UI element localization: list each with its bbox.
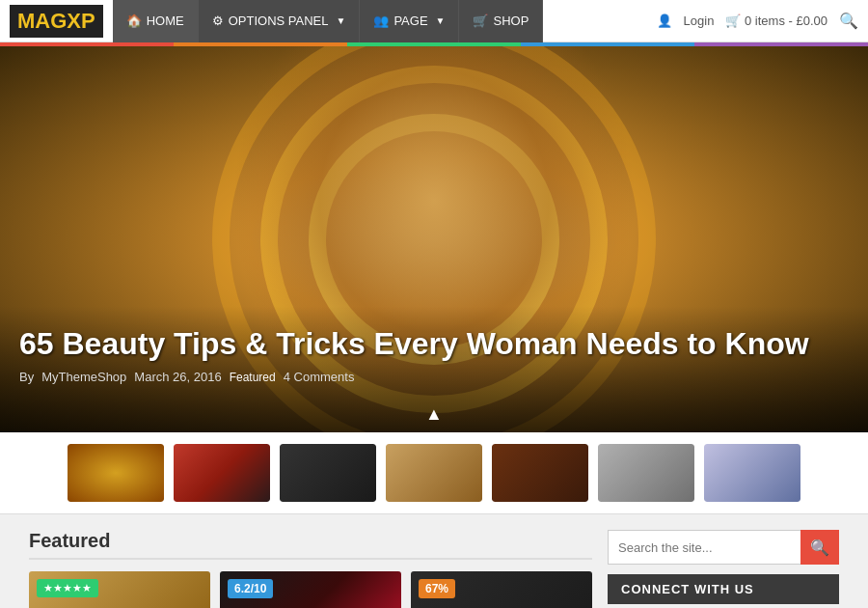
logo-text-mag: MAG <box>17 9 67 33</box>
gear-icon: ⚙ <box>212 14 224 28</box>
hero-title[interactable]: 65 Beauty Tips & Tricks Every Woman Need… <box>19 325 849 362</box>
hero-author[interactable]: MyThemeShop <box>41 370 126 384</box>
logo[interactable]: MAGXP <box>10 5 103 38</box>
featured-card-3[interactable]: 67% <box>411 571 592 608</box>
thumbnail-3[interactable] <box>280 444 376 502</box>
card-image-3: 67% <box>411 571 592 608</box>
nav-item-home[interactable]: 🏠 HOME <box>113 0 199 42</box>
thumbnail-1[interactable] <box>68 444 164 502</box>
user-icon: 👤 <box>657 14 672 28</box>
nav-item-shop[interactable]: 🛒 SHOP <box>459 0 543 42</box>
thumb-img-3 <box>280 444 376 502</box>
hero-chevron[interactable]: ▲ <box>425 404 443 425</box>
logo-text-xp: XP <box>67 9 95 33</box>
thumbnail-6[interactable] <box>598 444 694 502</box>
card-image-2: 6.2/10 <box>220 571 401 608</box>
cart-info[interactable]: 🛒 0 items - £0.00 <box>725 14 827 28</box>
featured-card-2[interactable]: 6.2/10 <box>220 571 401 608</box>
thumb-img-7 <box>704 444 800 502</box>
nav-label-page: PAGE <box>393 14 427 28</box>
card-badge-stars: ★★★★★ <box>37 579 98 597</box>
thumb-img-5 <box>492 444 588 502</box>
search-icon: 🔍 <box>810 539 829 557</box>
top-bar: MAGXP 🏠 HOME ⚙ OPTIONS PANEL ▼ 👥 PAGE ▼ … <box>0 0 868 42</box>
left-column: Featured ★★★★★ 6.2/10 <box>29 530 592 608</box>
percent-label: 67% <box>425 582 448 595</box>
hero-section: 65 Beauty Tips & Tricks Every Woman Need… <box>0 46 868 432</box>
featured-section-title: Featured <box>29 530 592 560</box>
thumbnail-2[interactable] <box>174 444 270 502</box>
featured-card-1[interactable]: ★★★★★ <box>29 571 210 608</box>
chevron-down-icon-2: ▼ <box>436 15 446 26</box>
search-button[interactable]: 🔍 <box>800 530 839 565</box>
card-badge-score: 6.2/10 <box>228 579 273 598</box>
home-icon: 🏠 <box>126 14 142 28</box>
cart-icon: 🛒 <box>473 14 488 28</box>
search-input[interactable] <box>608 530 800 565</box>
nav-label-home: HOME <box>147 14 184 28</box>
score-label: 6.2/10 <box>234 582 266 595</box>
nav-item-options[interactable]: ⚙ OPTIONS PANEL ▼ <box>199 0 361 42</box>
thumb-img-4 <box>386 444 482 502</box>
hero-date: March 26, 2016 <box>134 370 221 384</box>
top-right: 👤 Login 🛒 0 items - £0.00 🔍 <box>657 12 858 30</box>
thumbnail-5[interactable] <box>492 444 588 502</box>
hero-meta: By MyThemeShop March 26, 2016 Featured 4… <box>19 370 849 384</box>
card-badge-percent: 67% <box>419 579 455 598</box>
thumbnail-4[interactable] <box>386 444 482 502</box>
thumb-img-1 <box>68 444 164 502</box>
search-icon-btn[interactable]: 🔍 <box>839 12 858 30</box>
hero-comments[interactable]: 4 Comments <box>284 370 355 384</box>
right-column: 🔍 CONNECT WITH US <box>608 530 839 608</box>
hero-by: By <box>19 370 34 384</box>
thumb-img-6 <box>598 444 694 502</box>
star-rating: ★★★★★ <box>43 582 92 594</box>
hero-featured[interactable]: Featured <box>230 371 276 384</box>
people-icon: 👥 <box>373 14 389 28</box>
nav-label-options: OPTIONS PANEL <box>229 14 329 28</box>
thumbnail-strip <box>0 432 868 514</box>
featured-cards: ★★★★★ 6.2/10 67% <box>29 571 592 608</box>
thumb-img-2 <box>174 444 270 502</box>
chevron-down-icon: ▼ <box>336 15 345 26</box>
nav-label-shop: SHOP <box>493 14 529 28</box>
login-link[interactable]: Login <box>684 14 715 28</box>
thumbnail-7[interactable] <box>704 444 800 502</box>
nav-item-page[interactable]: 👥 PAGE ▼ <box>360 0 459 42</box>
search-bar: 🔍 <box>608 530 839 565</box>
main-content: Featured ★★★★★ 6.2/10 <box>0 514 868 608</box>
card-image-1: ★★★★★ <box>29 571 210 608</box>
nav-menu: 🏠 HOME ⚙ OPTIONS PANEL ▼ 👥 PAGE ▼ 🛒 SHOP <box>113 0 657 42</box>
connect-button[interactable]: CONNECT WITH US <box>608 574 839 604</box>
